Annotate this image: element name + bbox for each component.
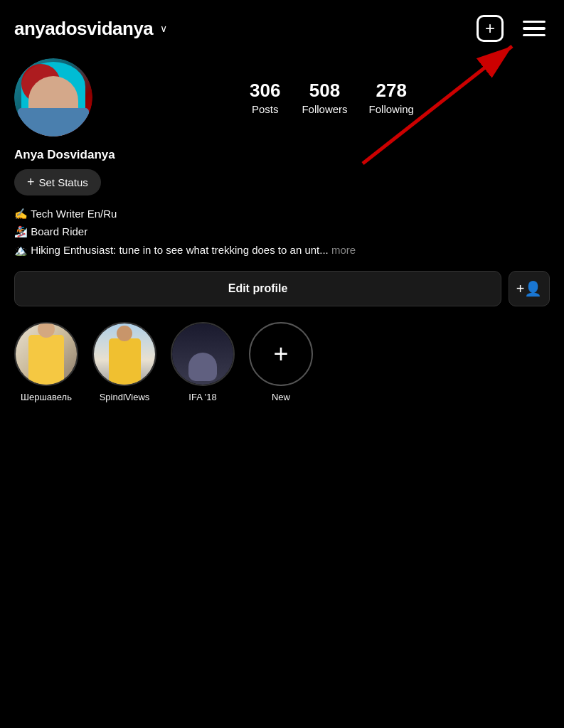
posts-stat[interactable]: 306 Posts [250, 80, 280, 115]
highlight-item-3[interactable]: IFA '18 [171, 322, 235, 402]
page-wrapper: anyadosvidanya ∨ + [0, 0, 564, 417]
action-row: Edit profile +👤 [14, 271, 550, 306]
set-status-button[interactable]: + Set Status [14, 169, 101, 196]
highlight-item-new[interactable]: + New [249, 322, 313, 402]
followers-label: Followers [302, 103, 347, 115]
avatar-circle [14, 58, 92, 136]
highlight-thumb-2 [94, 323, 155, 385]
posts-count: 306 [250, 80, 280, 102]
stats-row: 306 Posts 508 Followers 278 Following [114, 80, 550, 115]
bio-line-2: 🏂 Board Rider [14, 223, 550, 240]
highlight-thumb-3 [172, 323, 233, 385]
menu-button[interactable] [518, 13, 550, 44]
username-label: anyadosvidanya [14, 18, 153, 40]
add-post-button[interactable]: + [474, 13, 506, 44]
profile-full-name: Anya Dosvidanya [14, 148, 550, 162]
highlight-circle-2 [92, 322, 156, 386]
highlights-section: Шершавель SpindlViews IFA '18 + N [0, 322, 564, 417]
avatar-shirt [18, 108, 89, 136]
highlight-item-1[interactable]: Шершавель [14, 322, 78, 402]
highlight-thumb-1 [16, 323, 77, 385]
highlight-item-2[interactable]: SpindlViews [92, 322, 156, 402]
avatar[interactable] [14, 58, 92, 136]
header-left: anyadosvidanya ∨ [14, 18, 167, 40]
highlight-label-1: Шершавель [21, 392, 72, 402]
following-count: 278 [376, 80, 407, 102]
profile-top: 306 Posts 508 Followers 278 Following [14, 58, 550, 136]
bio-line-3: 🏔️ Hiking Enthusiast: tune in to see wha… [14, 242, 550, 258]
bio-section: ✍️ Tech Writer En/Ru 🏂 Board Rider 🏔️ Hi… [14, 205, 550, 258]
following-label: Following [369, 103, 414, 115]
add-friend-button[interactable]: +👤 [509, 271, 550, 306]
highlight-circle-1 [14, 322, 78, 386]
header-icons: + [474, 13, 550, 44]
following-stat[interactable]: 278 Following [369, 80, 414, 115]
highlight-new-circle: + [249, 322, 313, 386]
hamburger-icon [523, 21, 546, 37]
highlight-label-2: SpindlViews [100, 392, 150, 402]
set-status-label: Set Status [39, 176, 88, 188]
highlight-label-new: New [272, 392, 290, 402]
followers-count: 508 [309, 80, 340, 102]
edit-profile-button[interactable]: Edit profile [14, 271, 501, 306]
header: anyadosvidanya ∨ + [0, 0, 564, 51]
profile-section: 306 Posts 508 Followers 278 Following An… [0, 51, 564, 306]
highlight-label-3: IFA '18 [188, 392, 216, 402]
bio-line-1: ✍️ Tech Writer En/Ru [14, 205, 550, 222]
chevron-down-icon[interactable]: ∨ [160, 23, 167, 34]
posts-label: Posts [252, 103, 279, 115]
plus-square-icon: + [477, 15, 504, 42]
plus-icon: + [27, 175, 35, 190]
bio-text-3: 🏔️ Hiking Enthusiast: tune in to see wha… [14, 244, 329, 256]
followers-stat[interactable]: 508 Followers [302, 80, 347, 115]
highlight-circle-3 [171, 322, 235, 386]
add-friend-icon: +👤 [516, 280, 543, 297]
bio-more-link[interactable]: more [331, 244, 356, 256]
